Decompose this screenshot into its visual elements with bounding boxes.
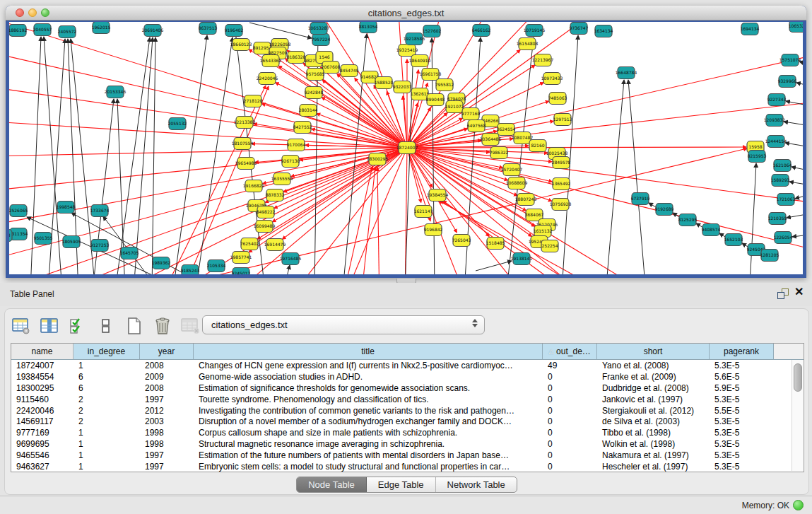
network-window-titlebar[interactable]: citations_edges.txt — [6, 6, 806, 21]
new-document-icon[interactable] — [124, 315, 145, 337]
network-node[interactable]: 1962015 — [92, 22, 111, 34]
edge[interactable] — [628, 80, 645, 274]
edge[interactable] — [792, 167, 803, 172]
network-node-selected[interactable]: 8990448 — [426, 94, 445, 106]
table-settings-icon[interactable] — [11, 315, 32, 337]
network-node[interactable]: 1805905 — [62, 236, 81, 248]
clear-selection-icon[interactable] — [95, 315, 117, 337]
network-node[interactable]: 9192689 — [655, 204, 674, 216]
table-row[interactable]: 946554611997Estimation of the future num… — [11, 450, 804, 461]
network-node[interactable]: 9501355 — [34, 233, 53, 245]
network-node-selected[interactable]: 1518485 — [486, 238, 505, 250]
table-row[interactable]: 969969511998Structural magnetic resonanc… — [11, 438, 804, 450]
network-node-selected[interactable]: 10688609 — [506, 177, 528, 189]
network-node-selected[interactable]: 8454749 — [340, 65, 359, 77]
table-selector-dropdown[interactable]: citations_edges.txt — [202, 315, 485, 334]
column-header-short[interactable]: short — [597, 344, 710, 359]
network-node-selected[interactable]: 1365492 — [552, 178, 571, 190]
select-rows-icon[interactable] — [67, 315, 88, 337]
network-node[interactable]: 1621064 — [773, 160, 792, 172]
table-row[interactable]: 1938455462009Genome-wide association stu… — [11, 371, 804, 382]
network-node[interactable]: 9245012 — [232, 268, 251, 275]
table-row[interactable]: 946362711997Embryonic stem cells: a mode… — [11, 461, 804, 472]
network-node-selected[interactable]: 2803144 — [299, 105, 318, 117]
network-node-selected[interactable]: 18660123 — [230, 39, 252, 51]
column-header-title[interactable]: title — [194, 344, 543, 359]
network-node[interactable]: 9227343 — [767, 94, 787, 106]
network-node-selected[interactable]: 18300295 — [367, 153, 389, 165]
network-node[interactable]: 1989362 — [152, 257, 171, 269]
network-node[interactable]: 9408574 — [702, 224, 721, 236]
network-node[interactable]: 19716485 — [280, 253, 302, 265]
table-row[interactable]: 911546021997Tourette syndrome. Phenomeno… — [11, 394, 804, 405]
edge[interactable] — [787, 213, 803, 218]
network-node[interactable]: 1634134 — [594, 25, 613, 37]
network-node-selected[interactable]: 3624554 — [497, 124, 516, 136]
network-node[interactable]: 10719145 — [524, 25, 546, 37]
edge[interactable] — [786, 101, 803, 107]
network-node-selected[interactable]: 8186328 — [287, 52, 306, 64]
network-node-selected[interactable]: 7485063 — [548, 93, 567, 105]
column-header-pagerank[interactable]: pagerank — [710, 344, 774, 359]
network-node-selected[interactable]: 8427552 — [293, 122, 312, 134]
network-node-selected[interactable]: 6497568 — [467, 120, 486, 132]
network-node-selected[interactable]: 9322037 — [393, 81, 412, 93]
edge[interactable] — [285, 265, 290, 274]
close-panel-icon[interactable]: ✕ — [794, 286, 804, 298]
column-header-name[interactable]: name — [11, 344, 73, 359]
network-node-selected[interactable]: 19384554 — [427, 189, 449, 201]
network-node[interactable]: 1589293 — [771, 175, 790, 187]
edge[interactable] — [249, 23, 312, 38]
network-canvas[interactable]: 1872400718660123891295418226058982750916… — [9, 22, 803, 274]
column-header-out-de-[interactable]: △out_de… — [543, 344, 597, 359]
network-node-selected[interactable]: 7986322 — [490, 147, 509, 159]
edge[interactable] — [785, 143, 803, 148]
network-node-selected[interactable]: 9170064 — [287, 139, 306, 151]
network-node[interactable]: 2055132 — [168, 118, 187, 130]
network-node[interactable]: 1721063 — [777, 194, 796, 206]
network-node[interactable]: 8637513 — [199, 23, 218, 35]
network-node-selected[interactable]: 82160 — [529, 140, 546, 152]
network-node-selected[interactable]: 16099489 — [254, 221, 276, 233]
network-node-selected[interactable]: 7265043 — [452, 235, 471, 247]
network-node[interactable]: 15751074 — [779, 54, 801, 66]
edge[interactable] — [152, 37, 155, 274]
network-node[interactable]: 10653287 — [308, 23, 330, 35]
network-node[interactable]: 8215953 — [748, 151, 767, 163]
network-node[interactable]: 12444154 — [765, 136, 787, 148]
edge[interactable] — [360, 167, 375, 274]
network-node-selected[interactable]: 16961758 — [420, 69, 442, 81]
network-node-selected[interactable]: 12213967 — [532, 54, 554, 66]
edge[interactable] — [322, 98, 407, 148]
network-node[interactable]: 20153346 — [105, 86, 126, 98]
network-node[interactable]: 1226054 — [774, 232, 793, 244]
network-node[interactable]: 19218586 — [404, 33, 425, 45]
network-node-selected[interactable]: 7955812 — [435, 79, 454, 91]
network-node[interactable]: 9736747 — [570, 23, 589, 35]
network-node-selected[interactable]: 9575685 — [306, 69, 325, 81]
network-node[interactable]: 1694134 — [741, 23, 760, 35]
edge[interactable] — [282, 148, 407, 239]
network-node-selected[interactable]: 7625402 — [240, 238, 259, 250]
edge[interactable] — [750, 163, 756, 274]
network-node[interactable]: 83113 — [9, 230, 12, 242]
table-row[interactable]: 1872400712008Changes of HCN gene express… — [11, 360, 804, 371]
network-node-selected[interactable]: 22420046 — [257, 73, 278, 85]
network-node[interactable]: 6466162 — [472, 25, 491, 37]
network-node-selected[interactable]: 1621147 — [414, 206, 433, 218]
tab-node-table[interactable]: Node Table — [297, 477, 367, 492]
edge[interactable] — [796, 83, 803, 87]
network-node-selected[interactable]: 12213383 — [234, 117, 256, 129]
network-node[interactable]: 16648784 — [616, 67, 637, 79]
column-header-in-degree[interactable]: in_degree — [73, 344, 140, 359]
edge[interactable] — [795, 193, 803, 199]
edge[interactable] — [789, 182, 803, 186]
network-node-selected[interactable]: 9196842 — [424, 224, 443, 236]
network-node[interactable]: 8125295 — [678, 214, 698, 226]
network-node-selected[interactable]: 2849578 — [552, 157, 571, 169]
float-window-icon[interactable] — [777, 288, 789, 300]
table-row[interactable]: 1456911722003Disruption of a novel membe… — [11, 416, 804, 427]
network-node-selected[interactable]: 9777169 — [461, 108, 481, 120]
network-node[interactable]: 2405572 — [58, 26, 77, 38]
network-node-selected[interactable]: 19857741 — [230, 252, 252, 264]
